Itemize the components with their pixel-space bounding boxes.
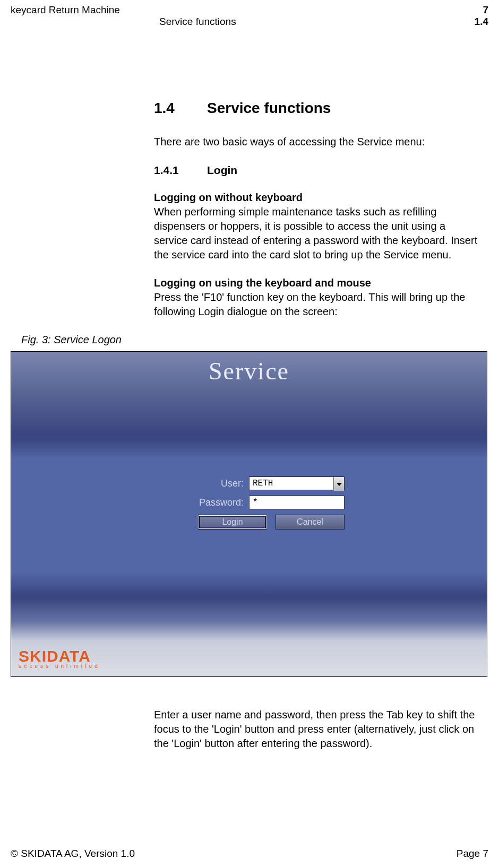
after-figure-paragraph: Enter a user name and password, then pre… <box>154 708 478 751</box>
footer-page-number: Page 7 <box>457 848 488 860</box>
login-button[interactable]: Login <box>198 515 267 530</box>
cancel-button-label: Cancel <box>297 517 323 527</box>
user-value: RETH <box>253 479 273 488</box>
doc-title: keycard Return Machine <box>11 4 120 16</box>
user-label: User: <box>180 478 249 489</box>
header-subtitle: Service functions <box>159 16 236 28</box>
svg-marker-0 <box>337 483 342 486</box>
service-logon-screenshot: Service User: RETH Password: * Login <box>11 351 487 677</box>
login-form: User: RETH Password: * Login Cancel <box>153 476 345 530</box>
subsection-text: Login <box>207 164 237 176</box>
cancel-button[interactable]: Cancel <box>276 515 345 530</box>
section-heading: 1.4Service functions <box>154 100 478 117</box>
page-header: keycard Return Machine 7 Service functio… <box>0 0 499 31</box>
dropdown-button[interactable] <box>333 477 344 491</box>
password-value: * <box>253 498 258 507</box>
chapter-number: 7 <box>483 4 488 16</box>
brand-logo: SKIDATA access unlimited <box>19 647 100 669</box>
footer-copyright: © SKIDATA AG, Version 1.0 <box>11 848 135 860</box>
service-window-title: Service <box>11 357 487 385</box>
password-label: Password: <box>180 497 249 508</box>
paragraph-no-keyboard: Logging on without keyboard When perform… <box>154 190 478 262</box>
chevron-down-icon <box>337 479 342 489</box>
para2-title: Logging on using the keyboard and mouse <box>154 277 371 289</box>
paragraph-with-keyboard: Logging on using the keyboard and mouse … <box>154 276 478 319</box>
section-heading-text: Service functions <box>207 100 331 116</box>
para2-body: Press the 'F10' function key on the keyb… <box>154 291 465 317</box>
para1-body: When performing simple maintenance tasks… <box>154 206 477 261</box>
page-footer: © SKIDATA AG, Version 1.0 Page 7 <box>11 848 488 860</box>
brand-tagline: access unlimited <box>19 663 100 669</box>
login-button-label: Login <box>222 517 243 527</box>
subsection-heading: 1.4.1Login <box>154 164 478 177</box>
password-field[interactable]: * <box>249 496 345 509</box>
header-section-number: 1.4 <box>475 16 488 28</box>
subsection-number: 1.4.1 <box>154 164 207 177</box>
user-combobox[interactable]: RETH <box>249 476 345 490</box>
para1-title: Logging on without keyboard <box>154 192 303 203</box>
figure-caption: Fig. 3: Service Logon <box>21 334 488 346</box>
brand-main-text: SKIDATA <box>19 647 100 665</box>
intro-paragraph: There are two basic ways of accessing th… <box>154 135 478 149</box>
section-heading-number: 1.4 <box>154 100 207 117</box>
